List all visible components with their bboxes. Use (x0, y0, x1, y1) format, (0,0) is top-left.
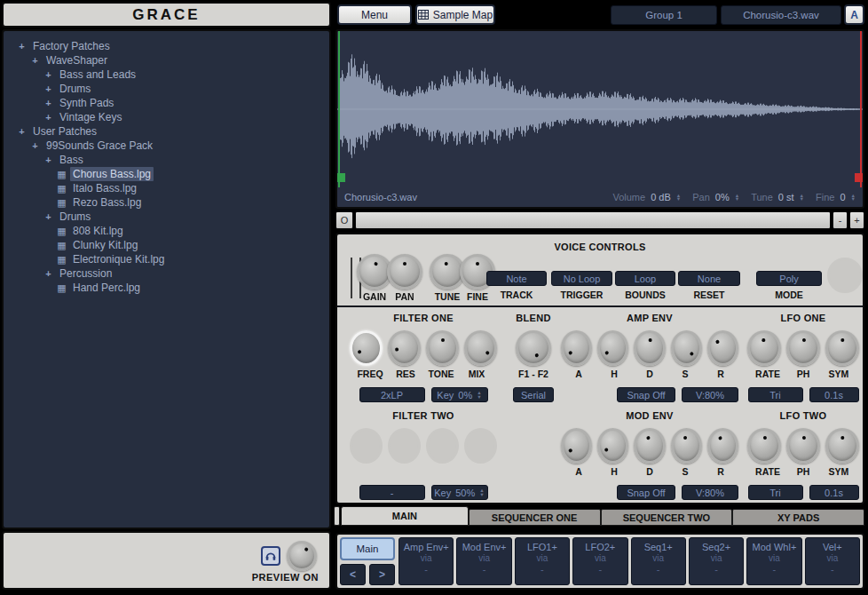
mod-slot-lfo1[interactable]: LFO1+via- (515, 537, 570, 585)
tree-item-rezo-bass-lpg[interactable]: ▦Rezo Bass.lpg (4, 195, 329, 210)
knob-h[interactable] (597, 330, 628, 366)
select-lfo_one-0-1s[interactable]: 0.1s (809, 387, 859, 402)
knob-rate[interactable] (747, 330, 781, 366)
tree-expand-icon[interactable]: + (43, 112, 54, 123)
knob-preview[interactable] (287, 541, 317, 571)
mod-slot-vel[interactable]: Vel+via- (805, 537, 860, 585)
tab-sequencer-one[interactable]: SEQUENCER ONE (469, 509, 601, 526)
knob-rate[interactable] (747, 428, 781, 464)
knob-s[interactable] (671, 428, 702, 464)
select-blend-serial[interactable]: Serial (513, 387, 554, 402)
knob-s[interactable] (671, 330, 702, 366)
zoom-scrollbar-thumb[interactable] (355, 211, 831, 229)
knob-h[interactable] (597, 428, 628, 464)
knob-f1-f2[interactable] (516, 330, 551, 366)
tree-item-waveshaper[interactable]: +WaveShaper (4, 53, 329, 67)
knob-d[interactable] (634, 428, 665, 464)
tree-item-99sounds-grace-pack[interactable]: +99Sounds Grace Pack (4, 139, 329, 153)
tree-expand-icon[interactable]: + (43, 211, 54, 222)
stepper-arrows-filter_one[interactable]: ▲▼ (477, 391, 481, 399)
mod-slot-seq1[interactable]: Seq1+via- (631, 537, 686, 585)
tree-item-percussion[interactable]: +Percussion (4, 266, 329, 281)
knob-tone[interactable] (426, 330, 459, 366)
knob-freq[interactable] (350, 330, 383, 366)
tree-expand-icon[interactable]: + (43, 98, 54, 108)
mod-slot-seq2[interactable]: Seq2+via- (689, 537, 744, 585)
knob-r[interactable] (707, 330, 738, 366)
tree-item-808-kit-lpg[interactable]: ▦808 Kit.lpg (4, 224, 329, 238)
param-stepper-tune[interactable]: ▲▼ (800, 194, 804, 202)
tree-item-factory-patches[interactable]: +Factory Patches (4, 39, 329, 53)
knob-ph[interactable] (786, 428, 820, 464)
tree-expand-icon[interactable]: + (29, 55, 41, 66)
tree-item-vintage-keys[interactable]: +Vintage Keys (4, 110, 329, 124)
tree-item-drums[interactable]: +Drums (4, 210, 329, 224)
tab-sequencer-two[interactable]: SEQUENCER TWO (601, 509, 733, 526)
param-stepper-volume[interactable]: ▲▼ (676, 194, 681, 202)
preview-toggle-button[interactable] (261, 546, 280, 566)
select-amp_env-snap-off[interactable]: Snap Off (617, 387, 675, 402)
sample-start-handle[interactable] (337, 173, 345, 182)
tree-expand-icon[interactable]: + (16, 126, 28, 137)
select-filter_one-key[interactable]: Key0%▲▼ (431, 387, 488, 402)
sample-start-marker[interactable] (338, 31, 340, 187)
mod-slot-mod-env[interactable]: Mod Env+via- (456, 537, 511, 585)
select-trigger[interactable]: No Loop (551, 271, 612, 286)
knob-pan[interactable] (387, 254, 422, 290)
tree-item-user-patches[interactable]: +User Patches (4, 124, 329, 139)
tab-main[interactable]: MAIN (341, 506, 469, 526)
knob-a[interactable] (561, 428, 592, 464)
knob-d[interactable] (634, 330, 665, 366)
tree-item-hand-perc-lpg[interactable]: ▦Hand Perc.lpg (4, 281, 329, 295)
zoom-reset-button[interactable]: O (335, 211, 353, 229)
main-slot-button[interactable]: Main (340, 537, 395, 560)
select-amp_env-v-80[interactable]: V:80% (682, 387, 738, 402)
select-lfo_one-tri[interactable]: Tri (748, 387, 803, 402)
group-selector-button[interactable]: Group 1 (611, 5, 717, 25)
select-filter_two-key[interactable]: Key50%▲▼ (431, 485, 488, 500)
knob-ph[interactable] (786, 330, 820, 366)
knob-a[interactable] (561, 330, 592, 366)
select-reset[interactable]: None (678, 271, 740, 286)
zoom-out-button[interactable]: - (832, 211, 848, 229)
tree-item-synth-pads[interactable]: +Synth Pads (4, 96, 329, 110)
select-track[interactable]: Note (486, 271, 547, 286)
mod-slot-amp-env[interactable]: Amp Env+via- (398, 537, 454, 585)
sample-selector-button[interactable]: Chorusio-c3.wav (721, 5, 841, 25)
tree-expand-icon[interactable]: + (43, 155, 54, 165)
zoom-in-button[interactable]: + (849, 211, 864, 229)
tree-expand-icon[interactable]: + (43, 268, 54, 279)
param-stepper-pan[interactable]: ▲▼ (735, 194, 739, 202)
tree-item-drums[interactable]: +Drums (4, 82, 329, 96)
knob-sym[interactable] (825, 330, 859, 366)
select-lfo_two-tri[interactable]: Tri (748, 485, 803, 500)
select-mod_env-v-80[interactable]: V:80% (682, 485, 738, 500)
select-mode[interactable]: Poly (756, 271, 822, 286)
tree-item-italo-bass-lpg[interactable]: ▦Italo Bass.lpg (4, 181, 329, 195)
knob-mix[interactable] (464, 330, 497, 366)
tree-item-electronique-kit-lpg[interactable]: ▦Electronique Kit.lpg (4, 252, 329, 266)
sample-map-button[interactable]: Sample Map (415, 4, 495, 25)
prev-slot-button[interactable]: < (340, 564, 366, 585)
mod-slot-lfo2[interactable]: LFO2+via- (572, 537, 627, 585)
select-mod_env-snap-off[interactable]: Snap Off (617, 485, 675, 500)
mod-slot-mod-whl[interactable]: Mod Whl+via- (746, 537, 801, 585)
select-bounds[interactable]: Loop (615, 271, 675, 286)
tree-item-clunky-kit-lpg[interactable]: ▦Clunky Kit.lpg (4, 238, 329, 252)
tree-expand-icon[interactable]: + (43, 69, 54, 80)
select-filter_two-[interactable]: - (359, 485, 425, 500)
sample-end-marker[interactable] (860, 31, 862, 187)
stepper-arrows-filter_two[interactable]: ▲▼ (479, 488, 484, 496)
tree-expand-icon[interactable]: + (29, 140, 41, 151)
tree-expand-icon[interactable]: + (16, 41, 28, 52)
tree-item-bass[interactable]: +Bass (4, 153, 329, 167)
knob-sym[interactable] (825, 428, 859, 464)
select-filter_one-2xlp[interactable]: 2xLP (359, 387, 425, 402)
menu-button[interactable]: Menu (337, 4, 412, 25)
tree-expand-icon[interactable]: + (43, 83, 54, 94)
knob-r[interactable] (707, 428, 738, 464)
select-lfo_two-0-1s[interactable]: 0.1s (809, 485, 859, 500)
tab-xy-pads[interactable]: XY PADS (732, 509, 864, 526)
sample-end-handle[interactable] (855, 173, 863, 182)
knob-res[interactable] (388, 330, 421, 366)
